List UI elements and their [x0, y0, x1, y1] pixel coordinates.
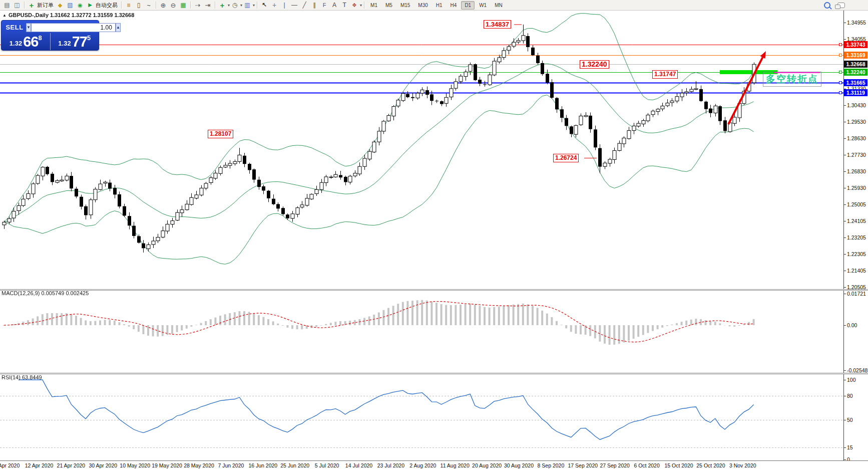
rsi-axis-label: 100 [847, 377, 856, 383]
indicators-dropdown-icon[interactable]: ▾ [228, 3, 230, 8]
date-axis-label: 30 Apr 2020 [89, 462, 117, 468]
buy-button[interactable]: BUY [121, 24, 144, 31]
search-icon[interactable] [824, 2, 830, 9]
text-icon[interactable]: A [330, 1, 339, 10]
horizontal-line-icon[interactable]: — [290, 1, 299, 10]
date-axis-label: 27 Sep 2020 [600, 462, 630, 468]
price-tick-label: 1.22305 [847, 251, 866, 257]
line-chart-icon[interactable]: ~ [144, 1, 153, 10]
lot-increase-button[interactable]: ▲ [116, 23, 121, 32]
timeframe-button-h1[interactable]: H1 [432, 1, 446, 10]
date-axis-label: 16 Jun 2020 [248, 462, 277, 468]
date-axis-label: 17 Sep 2020 [568, 462, 598, 468]
price-callout-1_32240[interactable]: 1.32240 [580, 60, 609, 69]
price-tick-label: 1.29530 [847, 119, 866, 125]
toolbar-group: +▾◷▾▥▾ [217, 0, 255, 10]
tile-windows-icon[interactable]: ▦ [179, 1, 188, 10]
date-axis-label: 23 Jul 2020 [377, 462, 404, 468]
date-axis-label: 8 Sep 2020 [538, 462, 565, 468]
arrows-dropdown-icon[interactable]: ▾ [360, 3, 362, 8]
templates-icon[interactable]: ▥ [243, 1, 252, 10]
date-axis-label: Apr 2020 [0, 462, 20, 468]
toolbar-separator [215, 2, 215, 9]
new-order-label[interactable]: 新订单 [37, 2, 54, 9]
cursor-icon[interactable]: ↖ [260, 1, 269, 10]
price-tick-label: 1.25930 [847, 185, 866, 191]
date-axis[interactable]: Apr 202012 Apr 202021 Apr 202030 Apr 202… [0, 460, 868, 470]
timeframe-button-m30[interactable]: M30 [414, 1, 431, 10]
sell-price-big: 66 [23, 35, 38, 49]
price-callout-1_31747[interactable]: 1.31747 [652, 70, 678, 79]
timeframe-button-m5[interactable]: M5 [382, 1, 396, 10]
macd-indicator-label: MACD(12,26,9) 0.005749 0.002425 [2, 290, 89, 296]
timeframe-button-m1[interactable]: M1 [367, 1, 381, 10]
date-axis-label: 25 Oct 2020 [696, 462, 725, 468]
toolbar-separator [190, 2, 191, 9]
timeframe-group: M1M5M15M30H1H4D1W1MN [366, 0, 507, 10]
sell-price-sup: 8 [38, 35, 42, 41]
pane-separator-rsi[interactable] [0, 373, 868, 374]
crosshair-icon[interactable]: + [270, 1, 279, 10]
equidistant-channel-icon[interactable]: ∥ [310, 1, 319, 10]
chart-title: ▲GBPUSD-,Daily 1.31662 1.32772 1.31559 1… [3, 12, 134, 18]
styles-icon[interactable]: ◆ [56, 1, 65, 10]
price-callout-1_26724[interactable]: 1.26724 [553, 154, 579, 162]
new-order-icon[interactable]: + [27, 1, 36, 10]
timeframe-button-h4[interactable]: H4 [447, 1, 461, 10]
data-window-icon[interactable]: ◫ [13, 1, 22, 10]
lot-decrease-button[interactable]: ▼ [26, 23, 31, 32]
vertical-line-icon[interactable]: | [280, 1, 289, 10]
price-scale[interactable]: 1.349551.340551.313301.304301.295301.286… [843, 11, 868, 460]
sell-button[interactable]: SELL [3, 24, 26, 31]
toolbar-separator [121, 2, 122, 9]
toolbar-group: +新订单◆▧◉▶自动交易 [27, 0, 119, 10]
buy-price-area[interactable]: 1.32 77 5 [51, 33, 99, 50]
pane-separator-macd[interactable] [0, 289, 868, 291]
chart-title-text: GBPUSD-,Daily 1.31662 1.32772 1.31559 1.… [9, 12, 134, 18]
sell-price-area[interactable]: 1.32 66 8 [2, 33, 51, 50]
date-axis-label: 2 Aug 2020 [409, 462, 436, 468]
price-tick-label: 1.28630 [847, 135, 866, 141]
indicators-icon[interactable]: + [218, 1, 227, 10]
periods-dropdown-icon[interactable]: ▾ [240, 3, 242, 8]
macd-pane-canvas[interactable] [0, 291, 843, 373]
chart-shift-icon[interactable]: ⇥ [203, 1, 212, 10]
zoom-out-icon[interactable]: ⊖ [169, 1, 178, 10]
price-tick-label: 1.34955 [847, 20, 866, 26]
toolbar-group: ▤◫ [2, 0, 22, 10]
periods-icon[interactable]: ◷ [230, 1, 239, 10]
top-toolbar: ▤◫+新订单◆▧◉▶自动交易|||▯~⊕⊖▦⇢⇥+▾◷▾▥▾↖+|—╱∥FAT❖… [0, 0, 868, 11]
panel-collapse-icon[interactable]: ▲ [3, 13, 7, 18]
market-watch-icon[interactable]: ▤ [3, 1, 12, 10]
alerts-icon[interactable]: ◉ [76, 1, 85, 10]
autotrading-label[interactable]: 自动交易 [96, 2, 118, 9]
chat-icon[interactable] [837, 3, 845, 8]
timeframe-button-mn[interactable]: MN [491, 1, 506, 10]
lot-size-input[interactable] [31, 23, 116, 32]
timeframe-button-w1[interactable]: W1 [476, 1, 490, 10]
text-label-icon[interactable]: T [340, 1, 349, 10]
timeframe-button-m15[interactable]: M15 [397, 1, 413, 10]
price-callout-1_34837[interactable]: 1.34837 [484, 20, 511, 29]
date-axis-label: 20 Aug 2020 [472, 462, 502, 468]
bull-bear-turning-point-note[interactable]: 多空转折点 [763, 72, 821, 87]
price-tick-label: 1.23205 [847, 234, 866, 241]
fibonacci-icon[interactable]: F [320, 1, 329, 10]
price-chart-canvas[interactable] [0, 11, 843, 289]
bar-chart-icon[interactable]: ||| [124, 1, 133, 10]
autotrading-icon[interactable]: ▶ [86, 1, 95, 10]
date-axis-label: 25 Jun 2020 [280, 462, 309, 468]
profiles-icon[interactable]: ▧ [66, 1, 75, 10]
rsi-pane-canvas[interactable] [0, 374, 843, 460]
auto-scroll-icon[interactable]: ⇢ [193, 1, 202, 10]
candlestick-chart-icon[interactable]: ▯ [134, 1, 143, 10]
templates-dropdown-icon[interactable]: ▾ [253, 3, 255, 8]
price-callout-1_28107[interactable]: 1.28107 [208, 130, 233, 138]
toolbar-right-group [824, 2, 866, 9]
trendline-icon[interactable]: ╱ [300, 1, 309, 10]
date-axis-label: 6 Oct 2020 [634, 462, 659, 468]
date-axis-label: 3 Nov 2020 [729, 462, 756, 468]
zoom-in-icon[interactable]: ⊕ [159, 1, 168, 10]
arrows-icon[interactable]: ❖ [350, 1, 359, 10]
timeframe-button-d1[interactable]: D1 [461, 1, 475, 10]
